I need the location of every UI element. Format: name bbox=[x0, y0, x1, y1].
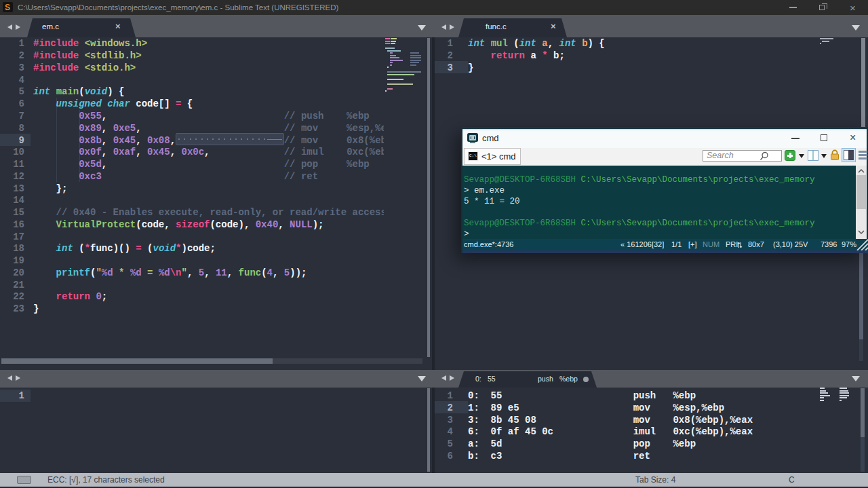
svg-text:S: S bbox=[5, 3, 10, 12]
svg-text:C:\: C:\ bbox=[469, 153, 477, 158]
